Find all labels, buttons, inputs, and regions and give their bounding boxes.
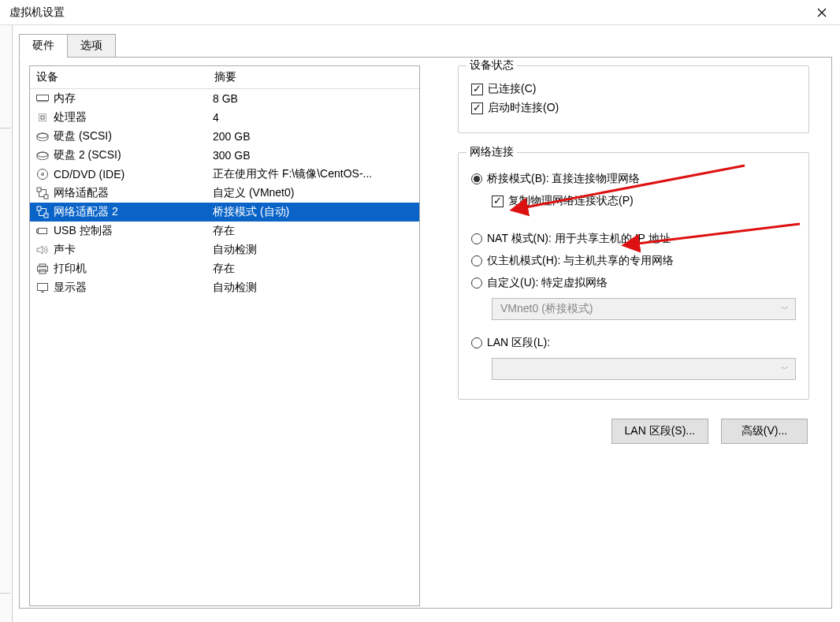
device-summary: 自动检测: [213, 281, 257, 295]
svg-rect-12: [37, 229, 39, 233]
combo-lan-segment[interactable]: ﹀: [492, 358, 796, 380]
radio-icon: [471, 337, 482, 348]
device-row[interactable]: 硬盘 2 (SCSI)300 GB: [30, 146, 419, 165]
device-name: 硬盘 2 (SCSI): [50, 148, 213, 162]
disk-icon: [35, 132, 50, 141]
device-summary: 8 GB: [213, 92, 238, 105]
checkbox-icon: [471, 102, 483, 114]
device-name: 显示器: [50, 281, 213, 295]
device-row[interactable]: 网络适配器自定义 (VMnet0): [30, 184, 419, 203]
combo-custom-value: VMnet0 (桥接模式): [500, 302, 593, 316]
net-icon: [35, 187, 50, 199]
label-hostonly: 仅主机模式(H): 与主机共享的专用网络: [487, 254, 674, 268]
svg-rect-2: [41, 116, 44, 119]
device-summary: 200 GB: [213, 130, 250, 143]
radio-icon: [471, 233, 482, 244]
legend-device-status: 设备状态: [466, 58, 517, 73]
display-icon: [35, 282, 50, 293]
svg-rect-9: [37, 207, 41, 210]
combo-custom-vmnet[interactable]: VMnet0 (桥接模式) ﹀: [492, 298, 796, 320]
close-icon: [817, 8, 827, 17]
label-bridged: 桥接模式(B): 直接连接物理网络: [487, 172, 640, 186]
svg-point-5: [38, 169, 48, 180]
svg-rect-7: [37, 188, 41, 192]
svg-rect-0: [37, 95, 49, 101]
close-button[interactable]: [804, 0, 840, 25]
svg-point-4: [37, 152, 48, 157]
device-name: 声卡: [50, 243, 213, 257]
device-summary: 300 GB: [213, 149, 250, 162]
disk-icon: [35, 151, 50, 160]
checkbox-icon: [471, 84, 483, 95]
device-summary: 正在使用文件 F:\镜像\CentOS-...: [213, 167, 372, 181]
svg-rect-1: [39, 114, 46, 121]
svg-rect-16: [38, 284, 48, 291]
device-row[interactable]: 打印机存在: [30, 259, 419, 278]
device-summary: 自定义 (VMnet0): [213, 186, 294, 200]
sound-icon: [35, 244, 50, 255]
device-row[interactable]: 内存8 GB: [30, 89, 419, 108]
checkbox-connect-at-poweron[interactable]: 启动时连接(O): [471, 101, 796, 115]
device-name: 内存: [50, 91, 213, 106]
device-list: 设备 摘要 内存8 GB处理器4硬盘 (SCSI)200 GB硬盘 2 (SCS…: [29, 65, 420, 606]
svg-rect-11: [39, 229, 47, 234]
lan-segments-button[interactable]: LAN 区段(S)...: [611, 419, 708, 444]
label-custom: 自定义(U): 特定虚拟网络: [487, 276, 608, 290]
radio-hostonly[interactable]: 仅主机模式(H): 与主机共享的专用网络: [471, 254, 796, 268]
col-device: 设备: [36, 70, 214, 84]
device-row[interactable]: 网络适配器 2桥接模式 (自动): [30, 203, 419, 222]
device-summary: 4: [213, 111, 219, 124]
device-name: CD/DVD (IDE): [50, 168, 213, 181]
device-row[interactable]: 显示器自动检测: [30, 278, 419, 297]
chevron-down-icon: ﹀: [781, 304, 789, 315]
device-name: USB 控制器: [50, 224, 213, 238]
title-bar: 虚拟机设置: [0, 0, 840, 25]
checkbox-icon: [492, 196, 504, 207]
advanced-button[interactable]: 高级(V)...: [721, 419, 808, 444]
device-summary: 桥接模式 (自动): [213, 205, 289, 219]
label-lan-segment: LAN 区段(L):: [487, 336, 550, 350]
button-row: LAN 区段(S)... 高级(V)...: [458, 419, 809, 444]
group-network: 网络连接 桥接模式(B): 直接连接物理网络 复制物理网络连接状态(P) NAT…: [458, 152, 809, 400]
radio-icon: [471, 277, 482, 289]
printer-icon: [35, 263, 50, 274]
radio-custom[interactable]: 自定义(U): 特定虚拟网络: [471, 276, 796, 290]
svg-point-6: [42, 173, 44, 176]
checkbox-replicate[interactable]: 复制物理网络连接状态(P): [492, 194, 796, 208]
memory-icon: [35, 94, 50, 103]
chevron-down-icon: ﹀: [781, 363, 789, 374]
radio-icon: [471, 173, 482, 184]
device-summary: 存在: [213, 262, 235, 276]
radio-icon: [471, 255, 482, 266]
col-summary: 摘要: [214, 70, 236, 84]
tab-hardware[interactable]: 硬件: [19, 34, 68, 58]
usb-icon: [35, 225, 50, 237]
svg-rect-14: [38, 266, 48, 271]
device-row[interactable]: 声卡自动检测: [30, 240, 419, 259]
device-summary: 自动检测: [213, 243, 257, 257]
device-summary: 存在: [213, 224, 235, 238]
svg-rect-10: [44, 214, 48, 218]
label-nat: NAT 模式(N): 用于共享主机的 IP 地址: [487, 232, 671, 246]
cpu-icon: [35, 111, 50, 124]
legend-network: 网络连接: [466, 145, 517, 159]
checkbox-connected[interactable]: 已连接(C): [471, 82, 796, 96]
svg-point-3: [37, 133, 48, 138]
radio-bridged[interactable]: 桥接模式(B): 直接连接物理网络: [471, 172, 796, 186]
tab-options[interactable]: 选项: [67, 34, 116, 58]
device-name: 网络适配器 2: [50, 205, 213, 219]
radio-lan-segment[interactable]: LAN 区段(L):: [471, 336, 796, 350]
label-connected: 已连接(C): [488, 82, 536, 96]
device-row[interactable]: 处理器4: [30, 108, 419, 127]
settings-panel: 设备 摘要 内存8 GB处理器4硬盘 (SCSI)200 GB硬盘 2 (SCS…: [19, 57, 832, 609]
device-name: 打印机: [50, 262, 213, 276]
device-row[interactable]: USB 控制器存在: [30, 222, 419, 240]
device-row[interactable]: CD/DVD (IDE)正在使用文件 F:\镜像\CentOS-...: [30, 165, 419, 184]
window-title: 虚拟机设置: [9, 6, 65, 20]
radio-nat[interactable]: NAT 模式(N): 用于共享主机的 IP 地址: [471, 232, 796, 246]
device-name: 硬盘 (SCSI): [50, 129, 213, 143]
device-list-header: 设备 摘要: [30, 66, 419, 89]
cd-icon: [35, 168, 50, 181]
device-row[interactable]: 硬盘 (SCSI)200 GB: [30, 127, 419, 146]
device-name: 网络适配器: [50, 186, 213, 200]
